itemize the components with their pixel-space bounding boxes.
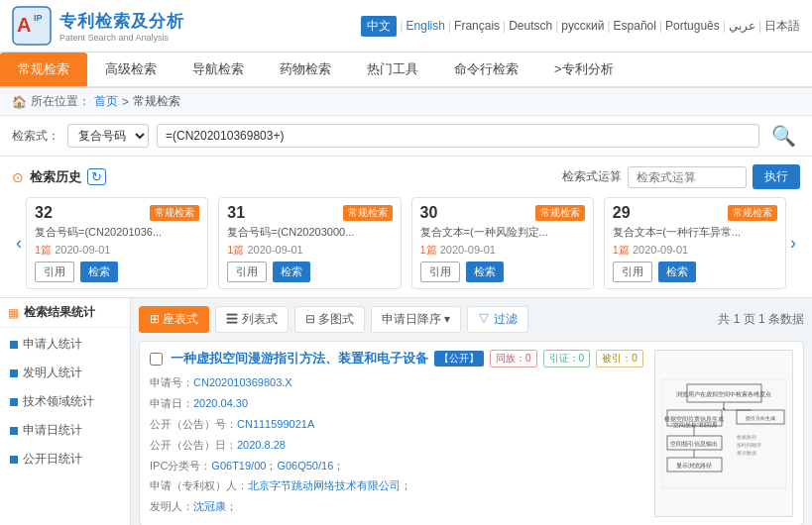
nav-tabs: 常规检索 高级检索 导航检索 药物检索 热门工具 命令行检索 >专利分析 (0, 52, 812, 88)
lang-sep-5: | (605, 19, 612, 33)
clock-icon: ⊙ (12, 169, 24, 185)
card-1-cite-button[interactable]: 引用 (35, 262, 74, 282)
card-4-num: 29 (613, 204, 631, 222)
card-4-search-button[interactable]: 检索 (658, 262, 696, 282)
lang-ru[interactable]: русский (561, 19, 604, 33)
view-grid-label: 多图式 (318, 312, 354, 326)
lang-jp[interactable]: 日本語 (764, 18, 800, 35)
history-cards-container: ‹ 32 常规检索 复合号码=(CN20201036... 1篇 2020-09… (12, 197, 800, 289)
lang-fr[interactable]: Français (454, 19, 500, 33)
stats-item-2-label: 发明人统计 (23, 365, 82, 381)
stats-dot-3 (10, 398, 18, 406)
svg-text:A: A (17, 14, 31, 36)
search-input[interactable] (157, 124, 759, 148)
exec-button[interactable]: 执行 (753, 164, 800, 189)
field-pubdate: 公开（公告）日：2020.8.28 (150, 435, 644, 456)
result-diagram: 浏览用户在虚拟空间中检索各维度点 根据空间位置信息生成 "空间坐标"和回调 指引… (654, 350, 793, 517)
result-badge: 【公开】 (434, 351, 484, 367)
field-appnum: 申请号：CN202010369803.X (150, 372, 644, 393)
card-1-query: 复合号码=(CN20201036... (35, 225, 199, 240)
field-ipc-val[interactable]: G06T19/00；G06Q50/16； (211, 460, 344, 472)
field-applicant-label: 申请（专利权）人： (150, 479, 248, 491)
formula-input[interactable] (628, 166, 747, 188)
formula-label: 检索式运算 (562, 168, 622, 185)
view-grid-button[interactable]: ⊟ 多图式 (294, 306, 365, 333)
card-3-tag: 常规检索 (535, 205, 585, 221)
stat-badge-1: 同族：0 (490, 350, 537, 368)
card-4-cite-button[interactable]: 引用 (613, 262, 652, 282)
filter-button[interactable]: ▽ 过滤 (467, 306, 527, 333)
history-title: 检索历史 (30, 168, 81, 186)
results-toolbar: ⊞ 座表式 ☰ 列表式 ⊟ 多图式 申请日降序 ▾ ▽ 过滤 共 1 页 1 条… (139, 306, 804, 333)
results-panel: ⊞ 座表式 ☰ 列表式 ⊟ 多图式 申请日降序 ▾ ▽ 过滤 共 1 页 1 条… (131, 298, 812, 525)
search-button[interactable]: 🔍 (767, 124, 800, 148)
result-title[interactable]: 一种虚拟空间漫游指引方法、装置和电子设备 (171, 350, 428, 368)
card-2-search-button[interactable]: 检索 (273, 262, 310, 282)
breadcrumb-home[interactable]: 首页 (94, 93, 118, 110)
view-list-button[interactable]: ☰ 列表式 (215, 306, 288, 333)
tab-cmd-search[interactable]: 命令行检索 (436, 52, 536, 86)
tab-advanced-search[interactable]: 高级检索 (87, 52, 174, 86)
tab-drug-search[interactable]: 药物检索 (262, 52, 349, 86)
history-header: ⊙ 检索历史 ↻ 检索式运算 执行 (12, 164, 800, 189)
tab-regular-search[interactable]: 常规检索 (0, 52, 87, 86)
logo-text: 专利检索及分析 Patent Search and Analysis (59, 10, 184, 43)
tab-nav-search[interactable]: 导航检索 (174, 52, 262, 86)
svg-text:根据空间位置信息生成: 根据空间位置信息生成 (664, 415, 724, 422)
lang-sep-3: | (501, 19, 508, 33)
svg-text:浏览用户在虚拟空间中检索各维度点: 浏览用户在虚拟空间中检索各维度点 (676, 390, 771, 397)
card-3-search-button[interactable]: 检索 (466, 262, 504, 282)
stats-item-5-label: 公开日统计 (23, 451, 82, 468)
field-inventor-val[interactable]: 沈冠康； (193, 500, 237, 512)
card-1-search-button[interactable]: 检索 (80, 262, 118, 282)
stats-dot-2 (10, 369, 18, 377)
view-table-button[interactable]: ⊞ 座表式 (139, 306, 209, 333)
breadcrumb-current: 常规检索 (133, 93, 180, 110)
card-2-cite-button[interactable]: 引用 (227, 262, 267, 282)
tab-hot-tools[interactable]: 热门工具 (349, 52, 436, 86)
logo: A IP 专利检索及分析 Patent Search and Analysis (12, 6, 184, 46)
field-applicant: 申请（专利权）人：北京字节跳动网络技术有限公司； (150, 475, 644, 496)
breadcrumb-sep: > (122, 95, 129, 109)
lang-ar[interactable]: عربي (729, 19, 755, 33)
history-card-4: 29 常规检索 复合文本=(一种行车异常... 1篇 2020-09-01 引用… (604, 197, 786, 289)
result-checkbox[interactable] (150, 353, 163, 366)
lang-sep-8: | (756, 19, 763, 33)
field-appnum-val[interactable]: CN202010369803.X (193, 376, 292, 388)
history-card-1: 32 常规检索 复合号码=(CN20201036... 1篇 2020-09-0… (26, 197, 208, 289)
tab-patent-analysis[interactable]: >专利分析 (536, 52, 632, 86)
filter-icon: ▽ (478, 312, 490, 326)
search-type-select[interactable]: 复合号码 复合文本 申请号 标题 摘要 (67, 124, 149, 148)
lang-sep-4: | (553, 19, 560, 33)
stats-title-icon: ▦ (8, 306, 19, 320)
svg-text:空间指引信息输出: 空间指引信息输出 (670, 440, 718, 447)
lang-de[interactable]: Deutsch (509, 19, 552, 33)
stats-item-pubdate[interactable]: 公开日统计 (0, 445, 130, 473)
lang-pt[interactable]: Português (665, 19, 720, 33)
stats-title-text: 检索结果统计 (24, 304, 95, 321)
next-history-button[interactable]: › (786, 233, 800, 254)
card-3-cite-button[interactable]: 引用 (420, 262, 460, 282)
lang-zh[interactable]: 中文 (361, 16, 397, 37)
card-4-count: 1篇 (613, 244, 630, 256)
logo-title: 专利检索及分析 (59, 10, 184, 33)
field-applicant-val[interactable]: 北京字节跳动网络技术有限公司； (248, 479, 411, 491)
lang-en[interactable]: English (406, 19, 445, 33)
stats-item-tech[interactable]: 技术领域统计 (0, 387, 130, 416)
card-1-count: 1篇 (35, 244, 52, 256)
result-item: 一种虚拟空间漫游指引方法、装置和电子设备 【公开】 同族：0 引证：0 被引：0… (139, 341, 804, 525)
patent-diagram-svg: 浏览用户在虚拟空间中检索各维度点 根据空间位置信息生成 "空间坐标"和回调 指引… (657, 374, 791, 493)
sort-button[interactable]: 申请日降序 ▾ (371, 306, 461, 333)
result-fields: 申请号：CN202010369803.X 申请日：2020.04.30 公开（公… (150, 372, 644, 517)
field-pubdate-val[interactable]: 2020.8.28 (237, 439, 286, 451)
field-appdate: 申请日：2020.04.30 (150, 393, 644, 414)
field-pubnum-val[interactable]: CN111599021A (237, 418, 314, 430)
stats-item-applicant[interactable]: 申请人统计 (0, 330, 130, 359)
stats-item-appdate[interactable]: 申请日统计 (0, 416, 130, 445)
stats-item-inventor[interactable]: 发明人统计 (0, 359, 130, 387)
prev-history-button[interactable]: ‹ (12, 233, 26, 254)
refresh-icon[interactable]: ↻ (87, 168, 106, 185)
table-icon: ⊞ (150, 312, 160, 326)
lang-es[interactable]: Español (614, 19, 656, 33)
field-appdate-val[interactable]: 2020.04.30 (193, 397, 248, 409)
